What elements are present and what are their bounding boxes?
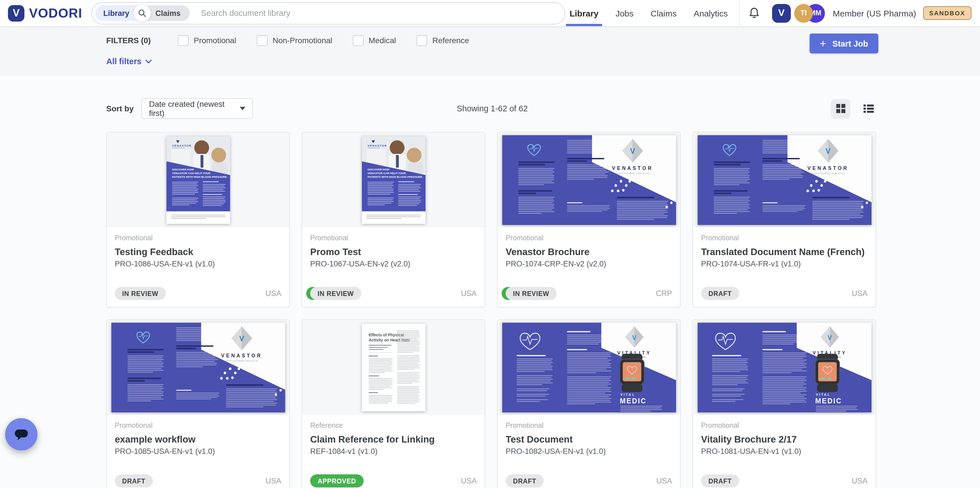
document-country: USA	[461, 289, 477, 298]
nav-analytics[interactable]: Analytics	[694, 0, 728, 26]
svg-text:VENASTOR: VENASTOR	[172, 144, 191, 147]
document-card[interactable]: V VITALITY VITAL MEDIC Promotional Test …	[497, 319, 681, 488]
document-thumbnail: VENASTOR DISCOVER HOW VENASTOR CAN HELP …	[107, 132, 289, 227]
document-country: USA	[852, 289, 867, 298]
notifications-button[interactable]	[740, 7, 768, 19]
avatar-ti[interactable]: TI	[794, 4, 813, 22]
document-category: Promotional	[701, 234, 867, 242]
venastor-brochure-thumbnail: V VENASTOR (PEPTIDOMAB TABLETS)	[697, 135, 871, 225]
document-category: Promotional	[115, 234, 281, 242]
document-card[interactable]: Effects of Physical Activity on Heart Ra…	[302, 319, 485, 488]
svg-text:VITAL: VITAL	[620, 393, 635, 396]
document-id: PRO-1081-USA-EN-v1 (v1.0)	[701, 447, 867, 456]
svg-text:MEDIC: MEDIC	[619, 397, 646, 404]
document-thumbnail: V VENASTOR (PEPTIDOMAB TABLETS)	[107, 320, 289, 415]
filter-reference[interactable]: Reference	[417, 35, 469, 46]
svg-text:Effects of Physical: Effects of Physical	[368, 332, 404, 337]
filters-count-label: FILTERS (0)	[106, 36, 178, 45]
svg-text:V: V	[632, 334, 636, 341]
svg-text:MEDIC: MEDIC	[815, 397, 842, 404]
document-card[interactable]: VENASTOR DISCOVER HOW VENASTOR CAN HELP …	[106, 132, 290, 307]
document-title: Translated Document Name (French)	[701, 246, 867, 258]
svg-text:VENASTOR: VENASTOR	[221, 353, 262, 358]
svg-text:VENASTOR: VENASTOR	[612, 165, 653, 171]
nav-jobs[interactable]: Jobs	[616, 0, 633, 26]
document-country: USA	[265, 289, 281, 298]
nav-claims[interactable]: Claims	[651, 0, 677, 26]
svg-text:DISCOVER HOW: DISCOVER HOW	[367, 168, 389, 171]
chevron-down-icon	[145, 59, 152, 64]
svg-text:V: V	[827, 334, 832, 341]
document-id: PRO-1074-USA-FR-v1 (v1.0)	[701, 260, 867, 268]
bell-icon	[748, 7, 760, 19]
svg-text:V: V	[630, 146, 635, 155]
status-badge: DRAFT	[701, 474, 739, 488]
document-card[interactable]: V VITALITY VITAL MEDIC Promotional Vital…	[692, 319, 876, 488]
document-category: Promotional	[115, 421, 281, 429]
document-thumbnail: VENASTOR DISCOVER HOW VENASTOR CAN HELP …	[302, 132, 485, 227]
svg-text:VENASTOR: VENASTOR	[367, 144, 387, 147]
venastor-flyer-thumbnail: VENASTOR DISCOVER HOW VENASTOR CAN HELP …	[362, 136, 425, 224]
document-card[interactable]: V VENASTOR (PEPTIDOMAB TABLETS) Promotio…	[497, 132, 681, 307]
svg-text:PATIENTS WITH HIGH BLOOD PRESS: PATIENTS WITH HIGH BLOOD PRESSURE.	[172, 175, 227, 178]
vodori-logo-text: VODORI	[29, 5, 82, 21]
account-avatars[interactable]: V TI MM	[768, 4, 828, 22]
document-card[interactable]: V VENASTOR (PEPTIDOMAB TABLETS) Promotio…	[106, 319, 290, 488]
all-filters-link[interactable]: All filters	[106, 57, 152, 66]
primary-nav: Library Jobs Claims Analytics	[565, 0, 739, 26]
reference-paper-thumbnail: Effects of Physical Activity on Heart Ra…	[362, 324, 425, 411]
svg-text:V: V	[825, 146, 830, 155]
list-view-button[interactable]	[858, 99, 878, 118]
document-card[interactable]: VENASTOR DISCOVER HOW VENASTOR CAN HELP …	[302, 132, 485, 307]
top-navigation-bar: V VODORI Library Claims Library Jobs Cla…	[0, 0, 980, 26]
document-id: REF-1084-v1 (v1.0)	[310, 447, 477, 456]
svg-text:V: V	[239, 334, 244, 343]
document-category: Promotional	[701, 421, 867, 429]
document-title: Venastor Brochure	[506, 246, 672, 258]
document-id: PRO-1067-USA-EN-v2 (v2.0)	[310, 260, 477, 268]
document-title: Test Document	[506, 434, 672, 445]
svg-text:VENASTOR CAN HELP YOUR: VENASTOR CAN HELP YOUR	[367, 171, 406, 175]
document-thumbnail: V VENASTOR (PEPTIDOMAB TABLETS)	[498, 132, 680, 227]
search-scope-toggle: Library Claims	[95, 5, 189, 22]
checkbox-reference[interactable]	[417, 35, 427, 46]
checkbox-medical[interactable]	[353, 35, 364, 46]
filter-promotional[interactable]: Promotional	[178, 35, 236, 46]
vodori-logo-icon: V	[8, 5, 24, 21]
document-card[interactable]: V VENASTOR (PEPTIDOMAB TABLETS) Promotio…	[692, 132, 876, 307]
svg-text:VENASTOR: VENASTOR	[807, 165, 848, 171]
nav-library[interactable]: Library	[570, 0, 598, 26]
status-badge: IN REVIEW	[115, 287, 165, 300]
checkbox-non-promotional[interactable]	[256, 35, 267, 46]
plus-icon: +	[820, 38, 826, 49]
document-title: Vitality Brochure 2/17	[701, 434, 867, 445]
svg-text:(PEPTIDOMAB TABLETS): (PEPTIDOMAB TABLETS)	[811, 172, 845, 175]
grid-view-button[interactable]	[830, 99, 851, 118]
list-view-icon	[863, 104, 873, 113]
document-id: PRO-1082-USA-EN-v1 (v1.0)	[506, 447, 672, 456]
document-title: Promo Test	[310, 246, 477, 258]
org-avatar[interactable]: V	[772, 4, 791, 22]
filter-medical[interactable]: Medical	[353, 35, 396, 46]
document-id: PRO-1074-CRP-EN-v2 (v2.0)	[506, 260, 672, 268]
status-badge: APPROVED	[310, 474, 364, 488]
checkbox-promotional[interactable]	[178, 35, 189, 46]
document-id: PRO-1085-USA-EN-v1 (v1.0)	[115, 447, 281, 456]
search-input[interactable]	[200, 8, 561, 18]
search-icon[interactable]	[133, 5, 150, 22]
document-category: Reference	[310, 421, 477, 429]
global-search-bar[interactable]: Library Claims	[91, 2, 565, 24]
status-badge: DRAFT	[701, 287, 739, 300]
view-toggle	[830, 99, 878, 118]
list-toolbar: Showing 1-62 of 62 Sort by Date created …	[106, 98, 878, 119]
vodori-logo[interactable]: V VODORI	[0, 5, 91, 21]
document-id: PRO-1086-USA-EN-v1 (v1.0)	[115, 260, 281, 268]
chat-widget-button[interactable]	[5, 418, 38, 450]
document-country: USA	[852, 477, 867, 485]
document-thumbnail: V VITALITY VITAL MEDIC	[498, 320, 680, 415]
document-category: Promotional	[506, 234, 672, 242]
grid-view-icon	[836, 104, 845, 113]
start-job-button[interactable]: + Start Job	[810, 33, 878, 53]
document-country: USA	[461, 477, 477, 485]
filter-non-promotional[interactable]: Non-Promotional	[256, 35, 332, 46]
